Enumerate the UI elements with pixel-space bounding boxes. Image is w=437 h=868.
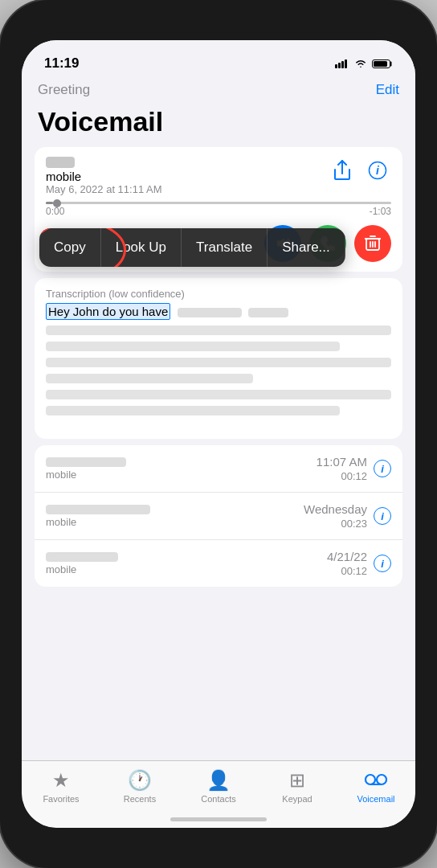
transcript-area: Transcription (low confidence) Hey John …	[35, 278, 402, 439]
vm-caller-type: mobile	[46, 170, 162, 183]
context-menu: Copy Look Up Translate Share...	[39, 228, 345, 267]
svg-rect-1	[338, 63, 341, 68]
copy-menu-item[interactable]: Copy	[39, 228, 101, 267]
vm-caller-info: mobile May 6, 2022 at 11:11 AM	[46, 157, 162, 195]
status-icons	[335, 59, 393, 69]
trash-icon	[365, 235, 381, 252]
tab-contacts-label: Contacts	[201, 794, 235, 804]
vm-caller-avatar	[46, 157, 75, 168]
edit-button[interactable]: Edit	[376, 82, 399, 98]
voicemail-icon	[365, 769, 387, 792]
voicemail-entry-card: mobile May 6, 2022 at 11:11 AM	[35, 147, 402, 272]
vm-list-right-2: Wednesday 00:23	[304, 502, 367, 530]
vm-info-btn-1[interactable]: i	[374, 460, 391, 477]
phone-frame: 11:19	[0, 0, 437, 868]
svg-point-15	[377, 775, 386, 784]
transcript-line-3	[46, 358, 391, 367]
vm-date: May 6, 2022 at 11:11 AM	[46, 183, 162, 195]
vm-list-right-row-2: Wednesday 00:23 i	[304, 502, 391, 530]
status-bar: 11:19	[22, 40, 415, 79]
voicemail-list: mobile 11:07 AM 00:12 i mobile W	[35, 445, 402, 587]
vm-name-bar-1	[46, 457, 126, 467]
vm-list-item-2[interactable]: mobile Wednesday 00:23 i	[35, 493, 402, 540]
vm-time-2: Wednesday	[304, 502, 367, 516]
vm-list-right-1: 11:07 AM 00:12	[317, 455, 367, 482]
vm-list-right-row-3: 4/21/22 00:12 i	[327, 550, 391, 577]
tab-favorites-label: Favorites	[43, 794, 79, 804]
page-title: Voicemail	[38, 106, 399, 137]
tab-favorites[interactable]: ★ Favorites	[22, 769, 100, 804]
vm-duration-2: 00:23	[341, 518, 367, 530]
transcript-line-4	[46, 374, 253, 383]
share-icon-button[interactable]	[329, 157, 356, 184]
svg-rect-5	[374, 61, 387, 67]
vm-list-sub-1: mobile	[46, 469, 126, 481]
transcript-text: Hey John do you have	[46, 305, 391, 319]
transcript-label: Transcription (low confidence)	[46, 288, 391, 300]
vm-list-sub-2: mobile	[46, 516, 150, 528]
vm-list-item-3[interactable]: mobile 4/21/22 00:12 i	[35, 540, 402, 587]
signal-icon	[335, 59, 349, 68]
transcript-line-5	[46, 390, 391, 399]
vm-header-actions: i	[329, 157, 391, 184]
tab-keypad[interactable]: ⊞ Keypad	[258, 769, 337, 804]
svg-text:i: i	[376, 164, 380, 177]
info-icon-button[interactable]: i	[364, 157, 391, 184]
status-time: 11:19	[44, 55, 79, 72]
vm-list-item-1[interactable]: mobile 11:07 AM 00:12 i	[35, 445, 402, 493]
nav-bar: Greeting Edit	[22, 79, 415, 104]
progress-bar-track[interactable]	[46, 202, 391, 204]
share-menu-item[interactable]: Share...	[268, 228, 345, 267]
tab-voicemail-label: Voicemail	[357, 794, 394, 804]
transcript-highlighted[interactable]: Hey John do you have	[46, 303, 170, 320]
transcript-line-1	[46, 326, 391, 335]
tab-contacts[interactable]: 👤 Contacts	[179, 769, 258, 804]
info-icon: i	[368, 161, 387, 180]
tab-recents[interactable]: 🕐 Recents	[100, 769, 179, 804]
delete-button[interactable]	[354, 225, 391, 262]
svg-rect-0	[335, 64, 337, 68]
vm-list-left-1: mobile	[46, 457, 126, 481]
vm-name-bar-2	[46, 505, 150, 514]
phone-screen: 11:19	[22, 40, 415, 828]
greeting-button[interactable]: Greeting	[38, 82, 90, 98]
recents-icon: 🕐	[128, 769, 152, 792]
progress-fill	[46, 202, 53, 204]
vm-time-3: 4/21/22	[327, 550, 367, 563]
progress-times: 0:00 -1:03	[46, 206, 391, 217]
vm-list-left-2: mobile	[46, 505, 150, 528]
transcript-line-6	[46, 406, 340, 416]
vm-action-buttons: Copy Look Up Translate Share...	[46, 225, 391, 262]
tab-keypad-label: Keypad	[282, 794, 312, 804]
time-current: 0:00	[46, 206, 64, 217]
notch	[162, 0, 275, 23]
vm-duration-1: 00:12	[341, 470, 367, 482]
svg-rect-2	[341, 61, 344, 68]
home-indicator	[170, 817, 267, 821]
vm-time-1: 11:07 AM	[317, 455, 367, 469]
tab-recents-label: Recents	[124, 794, 156, 804]
translate-menu-item[interactable]: Translate	[182, 228, 268, 267]
vm-header: mobile May 6, 2022 at 11:11 AM	[46, 157, 391, 195]
battery-icon	[372, 59, 393, 69]
tab-voicemail[interactable]: Voicemail	[337, 769, 415, 804]
svg-rect-3	[345, 59, 347, 68]
progress-thumb	[53, 199, 61, 207]
vm-list-right-3: 4/21/22 00:12	[327, 550, 367, 577]
audio-progress[interactable]: 0:00 -1:03	[46, 202, 391, 217]
favorites-icon: ★	[52, 769, 70, 792]
svg-point-14	[366, 775, 375, 784]
look-up-menu-item[interactable]: Look Up	[101, 228, 182, 267]
vm-list-right-row-1: 11:07 AM 00:12 i	[317, 455, 391, 482]
share-icon	[333, 160, 351, 181]
contacts-icon: 👤	[206, 769, 231, 792]
vm-duration-3: 00:12	[341, 565, 367, 577]
transcript-line-2	[46, 342, 340, 351]
vm-info-btn-3[interactable]: i	[374, 555, 391, 572]
vm-info-btn-2[interactable]: i	[374, 507, 391, 525]
vm-list-left-3: mobile	[46, 552, 118, 575]
wifi-icon	[354, 59, 367, 68]
vm-name-bar-3	[46, 552, 118, 562]
vm-list-sub-3: mobile	[46, 563, 118, 575]
time-remaining: -1:03	[370, 206, 391, 217]
